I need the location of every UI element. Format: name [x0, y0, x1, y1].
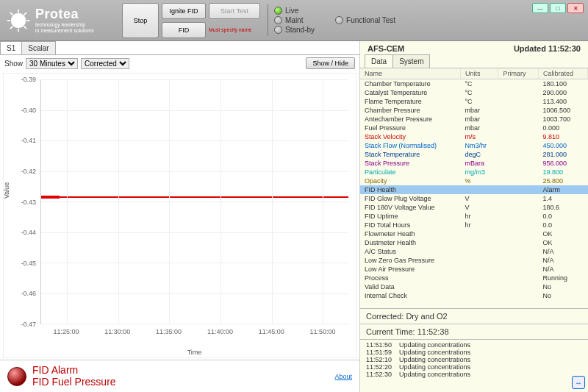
right-title: AFS-CEM [368, 44, 404, 53]
stop-button[interactable]: Stop [122, 3, 159, 38]
table-row[interactable]: Stack TemperaturedegC281.000 [360, 150, 588, 159]
led-maint-icon [274, 16, 282, 24]
ignite-button[interactable]: Ignite FID [162, 3, 206, 19]
left-pane: S1 Scalar Show 30 Minutes Corrected Show… [0, 41, 360, 392]
table-row[interactable]: Stack Velocitym/s9.810 [360, 132, 588, 141]
led-standby-icon [274, 26, 282, 34]
table-row[interactable]: Opacity%25.800 [360, 177, 588, 185]
current-time-label: Current Time: [366, 327, 415, 336]
x-tick: 11:40:00 [207, 328, 233, 335]
x-tick: 11:30:00 [104, 328, 130, 335]
table-row[interactable]: Stack PressuremBara956.000 [360, 159, 588, 168]
brand-sub1: technology leadership [35, 22, 94, 28]
table-row[interactable]: Catalyst Temperature°C290.000 [360, 88, 588, 97]
y-tick: -0.40 [21, 107, 36, 114]
tab-s1[interactable]: S1 [0, 41, 22, 54]
log-row: 11:52:10Updating concentrations [363, 356, 585, 363]
table-row[interactable]: Flowmeter HeathOK [360, 229, 588, 238]
about-link[interactable]: About [334, 373, 352, 380]
window-controls: — □ ✕ [532, 3, 584, 13]
log-row: 11:51:50Updating concentrations [363, 341, 585, 349]
maximize-button[interactable]: □ [550, 3, 566, 13]
teamviewer-icon[interactable]: ↔ [572, 376, 585, 389]
status-maint: Maint [285, 16, 303, 24]
table-row[interactable]: A/C StatusN/A [360, 247, 588, 256]
alarm-led-icon [7, 367, 26, 386]
show-label: Show [4, 60, 23, 68]
y-tick: -0.46 [21, 290, 36, 297]
table-row[interactable]: FID Total Hourshr0.0 [360, 221, 588, 229]
status-col-1: Live Maint Stand-by [271, 0, 318, 40]
logo-icon [6, 8, 31, 33]
updated-label: Updated [514, 44, 546, 53]
table-row[interactable]: Particulatemg/m319.800 [360, 168, 588, 177]
table-row[interactable]: Internal CheckNo [360, 291, 588, 300]
warn-text: Must specify name [209, 27, 260, 32]
svg-line-7 [24, 12, 26, 14]
chart: Value -0.39-0.40-0.41-0.42-0.43-0.44-0.4… [3, 73, 356, 358]
updated-time: 11:52:30 [548, 44, 581, 53]
table-row[interactable]: Flame Temperature°C113.400 [360, 97, 588, 106]
table-row[interactable]: Chamber Temperature°C180.100 [360, 79, 588, 89]
tab-system[interactable]: System [392, 54, 430, 68]
y-tick: -0.44 [21, 229, 36, 236]
x-axis: Time 11:25:0011:30:0011:35:0011:40:0011:… [40, 327, 348, 357]
table-row[interactable]: Dustmeter HealthOK [360, 238, 588, 247]
corrected-section: Corrected: Dry and O2 [360, 308, 588, 324]
table-row[interactable]: Valid DataNo [360, 282, 588, 291]
table-row[interactable]: Antechamber Pressurembar1003.700 [360, 115, 588, 124]
tab-data[interactable]: Data [365, 54, 393, 68]
fid-button[interactable]: FID [162, 22, 206, 38]
tab-scalar[interactable]: Scalar [21, 41, 55, 54]
series-line [41, 196, 348, 198]
plot-area [40, 79, 348, 324]
th-primary[interactable]: Primary [498, 68, 539, 79]
svg-line-8 [10, 26, 12, 28]
svg-line-6 [24, 26, 26, 28]
status-func: Functional Test [346, 16, 395, 24]
y-axis-label: Value [3, 182, 10, 198]
right-pane: AFS-CEM Updated 11:52:30 Data System Nam… [360, 41, 588, 392]
table-row[interactable]: Low Zero Gas PressureN/A [360, 256, 588, 265]
led-func-icon [335, 16, 343, 24]
brand-sub2: in measurement solutions [35, 28, 94, 34]
y-tick: -0.41 [21, 137, 36, 144]
table-row[interactable]: ProcessRunning [360, 274, 588, 282]
brand-title: Protea [35, 7, 94, 22]
table-row[interactable]: FID 180V Voltage ValueV180.6 [360, 203, 588, 212]
y-axis: Value -0.39-0.40-0.41-0.42-0.43-0.44-0.4… [4, 79, 39, 324]
table-row[interactable]: Fuel Pressurembar0.000 [360, 124, 588, 132]
alarm-line2: FID Fuel Pressure [32, 377, 116, 388]
y-tick: -0.43 [21, 199, 36, 206]
table-row[interactable]: Chamber Pressurembar1006.500 [360, 106, 588, 115]
chart-controls: Show 30 Minutes Corrected Show / Hide [0, 55, 359, 71]
th-units[interactable]: Units [460, 68, 498, 79]
time-range-select[interactable]: 30 Minutes [26, 58, 78, 69]
table-row[interactable]: FID Glow Plug VoltageV1.4 [360, 194, 588, 203]
data-table: Name Units Primary Calibrated Chamber Te… [360, 68, 588, 308]
start-test-button[interactable]: Start Test [209, 3, 260, 19]
status-col-2: Functional Test [332, 0, 398, 40]
left-tabs: S1 Scalar [0, 41, 359, 55]
log[interactable]: 11:51:50Updating concentrations11:51:59U… [360, 339, 588, 392]
x-axis-label: Time [187, 349, 202, 356]
svg-line-5 [10, 12, 12, 14]
right-tabs: Data System [360, 54, 588, 68]
x-tick: 11:45:00 [259, 328, 284, 335]
close-button[interactable]: ✕ [567, 3, 584, 13]
log-row: 11:52:30Updating concentrations [363, 371, 585, 378]
log-row: 11:52:20Updating concentrations [363, 363, 585, 371]
minimize-button[interactable]: — [532, 3, 548, 13]
x-tick: 11:25:00 [53, 328, 79, 335]
alarm-line1: FID Alarm [32, 365, 116, 376]
correction-select[interactable]: Corrected [81, 58, 129, 69]
table-row[interactable]: FID HealthAlarm [360, 185, 588, 194]
show-hide-button[interactable]: Show / Hide [306, 57, 355, 69]
table-row[interactable]: FID Uptimehr0.0 [360, 212, 588, 221]
table-row[interactable]: Stack Flow (Normalised)Nm3/hr450.000 [360, 141, 588, 150]
table-row[interactable]: Low Air PressureN/A [360, 265, 588, 274]
th-calibrated[interactable]: Calibrated [538, 68, 587, 79]
x-tick: 11:50:00 [310, 328, 336, 335]
th-name[interactable]: Name [360, 68, 460, 79]
log-row: 11:51:59Updating concentrations [363, 349, 585, 356]
